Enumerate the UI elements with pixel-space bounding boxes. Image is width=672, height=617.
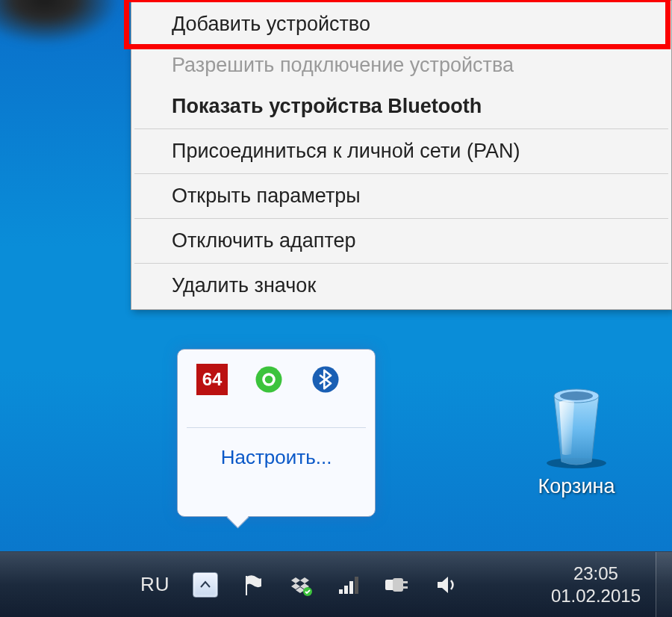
- menu-separator: [134, 128, 668, 129]
- svg-rect-14: [393, 578, 403, 592]
- clock-date: 01.02.2015: [551, 585, 641, 607]
- top-left-shadow: [0, 0, 119, 45]
- recycle-bin-icon: [535, 379, 617, 469]
- svg-rect-11: [355, 577, 358, 594]
- menu-item-join-pan[interactable]: Присоединиться к личной сети (PAN): [131, 131, 671, 172]
- menu-item-remove-icon[interactable]: Удалить значок: [131, 265, 671, 306]
- svg-rect-8: [339, 589, 343, 594]
- menu-separator: [134, 218, 668, 219]
- svg-rect-9: [344, 586, 348, 594]
- svg-point-2: [265, 376, 273, 384]
- menu-item-open-settings[interactable]: Открыть параметры: [131, 176, 671, 217]
- language-indicator[interactable]: RU: [140, 573, 170, 596]
- skype-icon[interactable]: [251, 362, 287, 397]
- taskbar-clock[interactable]: 23:05 01.02.2015: [551, 562, 641, 607]
- power-plug-icon[interactable]: [382, 571, 412, 598]
- desktop: Добавить устройство Разрешить подключени…: [0, 0, 672, 617]
- taskbar: RU: [0, 551, 672, 617]
- menu-item-disable-adapter[interactable]: Отключить адаптер: [131, 220, 671, 261]
- svg-rect-15: [403, 581, 408, 583]
- network-signal-icon[interactable]: [335, 571, 361, 598]
- recycle-bin-label: Корзина: [509, 475, 644, 498]
- menu-item-allow-connect: Разрешить подключение устройства: [131, 45, 671, 86]
- avira-64-badge: 64: [196, 364, 228, 395]
- svg-rect-10: [349, 581, 353, 594]
- svg-point-6: [560, 391, 593, 400]
- avira-64-icon[interactable]: 64: [194, 362, 230, 397]
- menu-item-show-bluetooth-devices[interactable]: Показать устройства Bluetooth: [131, 86, 671, 127]
- customize-tray-link[interactable]: Настроить...: [178, 428, 375, 486]
- volume-icon[interactable]: [433, 571, 460, 598]
- show-desktop-button[interactable]: [656, 552, 672, 618]
- dropbox-icon[interactable]: [287, 571, 314, 598]
- bluetooth-icon[interactable]: [308, 362, 343, 397]
- svg-rect-16: [403, 586, 408, 589]
- recycle-bin[interactable]: Корзина: [509, 379, 644, 498]
- menu-separator: [134, 263, 668, 264]
- hidden-tray-icons-popout: 64 Настроить...: [177, 349, 376, 517]
- menu-separator: [134, 173, 668, 174]
- show-hidden-icons-chevron[interactable]: [193, 572, 218, 598]
- action-center-flag-icon[interactable]: [239, 571, 266, 598]
- clock-time: 23:05: [551, 562, 641, 585]
- bluetooth-context-menu: Добавить устройство Разрешить подключени…: [131, 0, 672, 310]
- tray-icon-row: 64: [178, 350, 375, 397]
- menu-item-add-device[interactable]: Добавить устройство: [131, 4, 671, 45]
